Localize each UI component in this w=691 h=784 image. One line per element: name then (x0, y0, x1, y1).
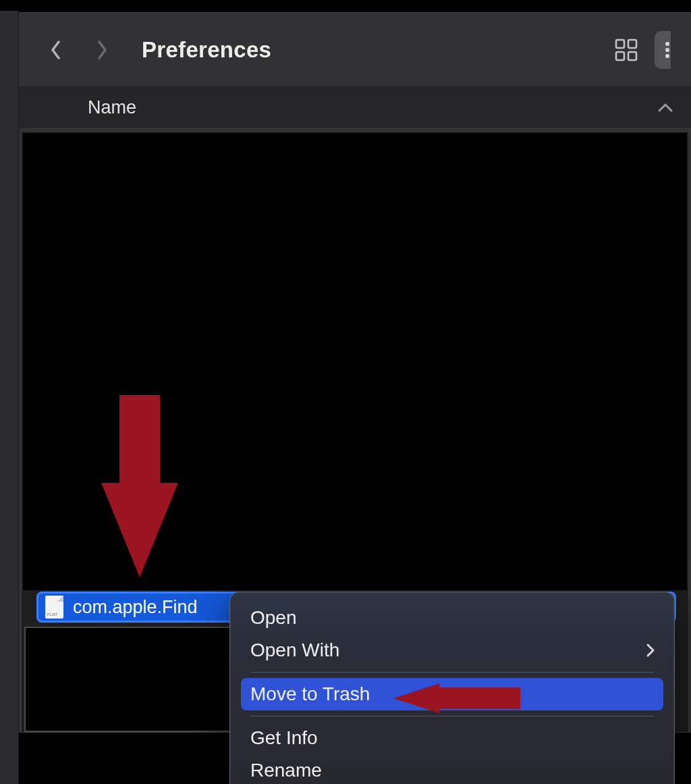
view-options-button[interactable] (611, 35, 641, 65)
grid-icon (614, 38, 638, 62)
svg-point-5 (665, 48, 669, 52)
chevron-right-icon (96, 41, 107, 59)
svg-point-6 (665, 54, 669, 58)
sidebar-edge (0, 11, 19, 784)
column-header-name[interactable]: Name (88, 97, 136, 118)
chevron-up-icon (657, 103, 673, 113)
menu-item-move-to-trash[interactable]: Move to Trash (241, 678, 663, 710)
menu-divider (250, 672, 654, 673)
column-header-row[interactable]: Name (19, 87, 691, 129)
svg-rect-2 (616, 52, 624, 60)
more-icon (664, 40, 671, 60)
preview-thumbnail (24, 627, 232, 732)
back-button[interactable] (46, 36, 66, 63)
plist-file-icon (45, 596, 63, 619)
window-title: Preferences (142, 37, 611, 63)
toolbar: Preferences (19, 13, 691, 87)
chevron-left-icon (51, 41, 61, 59)
svg-point-4 (665, 42, 669, 46)
file-name-label: com.apple.Find (73, 597, 198, 618)
menu-item-open[interactable]: Open (241, 602, 663, 634)
toolbar-action-button[interactable] (655, 31, 671, 69)
svg-rect-1 (628, 40, 636, 48)
menu-item-get-info[interactable]: Get Info (241, 722, 663, 754)
svg-rect-0 (616, 40, 624, 48)
svg-rect-3 (628, 52, 636, 60)
chevron-right-icon (646, 643, 655, 658)
menu-item-open-with[interactable]: Open With (241, 634, 663, 667)
redacted-region (23, 133, 687, 590)
forward-button[interactable] (92, 36, 112, 63)
menu-item-label: Open With (250, 639, 339, 661)
menu-item-rename[interactable]: Rename (241, 754, 663, 784)
menu-divider (250, 716, 654, 716)
context-menu: Open Open With Move to Trash Get Info Re… (229, 592, 675, 784)
